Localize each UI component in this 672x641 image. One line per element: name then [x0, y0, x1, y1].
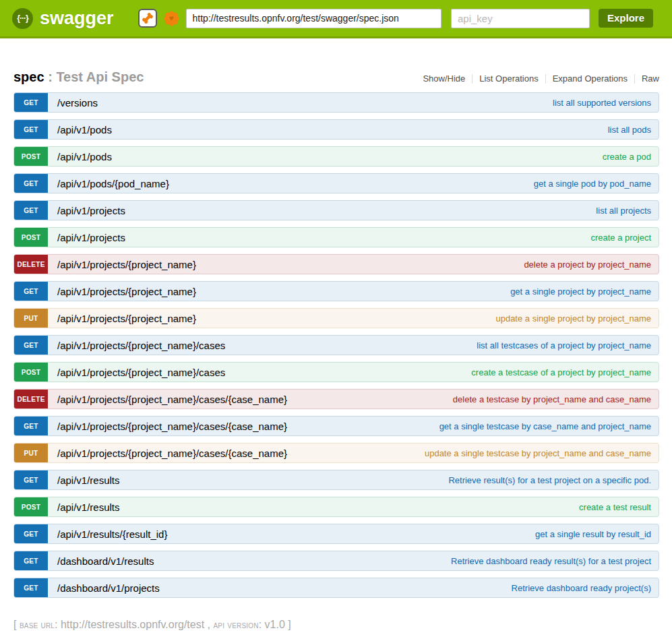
endpoint-row: GET/api/v1/podslist all pods: [13, 119, 659, 140]
endpoint-path[interactable]: /versions: [57, 93, 98, 112]
endpoint-row: PUT/api/v1/projects/{project_name}/cases…: [13, 443, 659, 463]
endpoint-summary[interactable]: get a single pod by pod_name: [534, 174, 651, 193]
footer-info: [ base url: http://testresults.opnfv.org…: [13, 619, 659, 631]
show-hide-link[interactable]: Show/Hide: [423, 73, 465, 84]
http-method-badge[interactable]: DELETE: [14, 255, 48, 274]
endpoint-summary[interactable]: update a single project by project_name: [495, 309, 651, 328]
endpoint-path[interactable]: /api/v1/projects/{project_name}/cases/{c…: [57, 390, 287, 408]
http-method-badge[interactable]: GET: [14, 551, 48, 570]
http-method-badge[interactable]: DELETE: [14, 390, 48, 408]
endpoint-summary[interactable]: list all projects: [596, 201, 651, 220]
http-method-badge[interactable]: GET: [14, 93, 48, 112]
endpoint-path[interactable]: /api/v1/projects: [57, 228, 125, 247]
endpoint-summary[interactable]: list all supported versions: [553, 93, 651, 112]
endpoint-path[interactable]: /api/v1/projects/{project_name}/cases: [57, 336, 225, 355]
http-method-badge[interactable]: GET: [14, 174, 48, 193]
base-url-label: base url: [20, 619, 55, 630]
endpoint-path[interactable]: /api/v1/projects/{project_name}/cases/{c…: [57, 417, 287, 435]
resource-header: spec : Test Api Spec Show/Hide List Oper…: [13, 69, 659, 85]
http-method-badge[interactable]: GET: [14, 524, 48, 543]
endpoint-summary[interactable]: delete a testcase by project_name and ca…: [453, 390, 651, 408]
endpoint-row: GET/api/v1/projects/{project_name}/cases…: [13, 416, 659, 436]
endpoint-summary[interactable]: delete a project by project_name: [524, 255, 651, 274]
http-method-badge[interactable]: GET: [14, 417, 48, 435]
expand-operations-link[interactable]: Expand Operations: [553, 73, 628, 84]
base-url-separator: :: [55, 619, 61, 630]
endpoint-path[interactable]: /api/v1/projects/{project_name}/cases: [57, 363, 225, 381]
raw-link[interactable]: Raw: [642, 73, 659, 84]
endpoint-row: POST/api/v1/projects/{project_name}/case…: [13, 362, 659, 382]
api-version-label: api version: [213, 619, 258, 630]
gear-heart-extension-button[interactable]: ♥: [162, 9, 181, 28]
swagger-braces-icon: {···}: [12, 8, 33, 29]
endpoint-summary[interactable]: get a single result by result_id: [535, 524, 651, 543]
endpoint-summary[interactable]: list all testcases of a project by proje…: [477, 336, 651, 355]
operations-toolbar: Show/Hide List Operations Expand Operati…: [416, 74, 659, 84]
endpoint-summary[interactable]: create a test result: [579, 497, 651, 516]
endpoint-path[interactable]: /api/v1/projects/{project_name}/cases/{c…: [57, 444, 287, 462]
endpoint-path[interactable]: /api/v1/results/{result_id}: [57, 524, 167, 543]
endpoint-path[interactable]: /api/v1/projects/{project_name}: [57, 282, 196, 301]
http-method-badge[interactable]: GET: [14, 120, 48, 139]
endpoint-path[interactable]: /api/v1/results: [57, 497, 120, 516]
endpoint-summary[interactable]: Retrieve result(s) for a test project on…: [448, 470, 651, 489]
endpoint-path[interactable]: /api/v1/pods: [57, 120, 112, 139]
resource-description: Test Api Spec: [56, 69, 144, 84]
endpoint-row: GET/api/v1/results/{result_id}get a sing…: [13, 524, 659, 544]
http-method-badge[interactable]: POST: [14, 497, 48, 516]
spec-url-input[interactable]: [186, 9, 441, 28]
endpoint-path[interactable]: /api/v1/projects/{project_name}: [57, 255, 196, 274]
endpoint-summary[interactable]: update a single testcase by project_name…: [425, 444, 651, 462]
endpoint-path[interactable]: /api/v1/pods: [57, 147, 112, 166]
endpoint-row: POST/api/v1/projectscreate a project: [13, 227, 659, 247]
brand-title: swagger: [40, 8, 114, 29]
endpoint-summary[interactable]: get a single project by project_name: [510, 282, 651, 301]
endpoint-row: GET/api/v1/resultsRetrieve result(s) for…: [13, 470, 659, 490]
http-method-badge[interactable]: GET: [14, 336, 48, 355]
endpoint-path[interactable]: /dashboard/v1/projects: [57, 578, 160, 597]
http-method-badge[interactable]: GET: [14, 201, 48, 220]
api-documentation: spec : Test Api Spec Show/Hide List Oper…: [0, 69, 672, 631]
http-method-badge[interactable]: POST: [14, 228, 48, 247]
explore-button[interactable]: Explore: [599, 9, 653, 28]
endpoint-summary[interactable]: create a pod: [603, 147, 651, 166]
bone-extension-button[interactable]: [138, 9, 157, 28]
api-version-separator: :: [259, 619, 265, 630]
endpoint-row: GET/api/v1/projectslist all projects: [13, 200, 659, 220]
footer-close-bracket: ]: [285, 619, 291, 630]
http-method-badge[interactable]: GET: [14, 578, 48, 597]
http-method-badge[interactable]: PUT: [14, 444, 48, 462]
header-bar: {···} swagger ♥: [0, 0, 672, 38]
endpoint-row: GET/api/v1/projects/{project_name}get a …: [13, 281, 659, 301]
endpoint-row: GET/dashboard/v1/resultsRetrieve dashboa…: [13, 551, 659, 571]
endpoint-summary[interactable]: list all pods: [608, 120, 651, 139]
endpoint-summary[interactable]: create a testcase of a project by projec…: [471, 363, 651, 381]
endpoint-summary[interactable]: create a project: [590, 228, 651, 247]
api-key-input[interactable]: [451, 9, 590, 28]
endpoint-summary[interactable]: Retrieve dashboard ready result(s) for a…: [451, 551, 651, 570]
page-title: spec : Test Api Spec: [13, 69, 144, 85]
endpoint-path[interactable]: /api/v1/pods/{pod_name}: [57, 174, 169, 193]
http-method-badge[interactable]: POST: [14, 147, 48, 166]
endpoint-path[interactable]: /dashboard/v1/results: [57, 551, 154, 570]
toolbar-item: List Operations: [472, 74, 545, 84]
endpoint-row: GET/api/v1/pods/{pod_name}get a single p…: [13, 173, 659, 193]
footer-comma: ,: [204, 619, 213, 630]
toolbar-item: Raw: [635, 74, 659, 84]
bone-icon: [141, 11, 154, 25]
swagger-logo[interactable]: {···} swagger: [12, 8, 114, 29]
api-version-value: v1.0: [265, 619, 285, 630]
endpoint-path[interactable]: /api/v1/projects/{project_name}: [57, 309, 196, 328]
http-method-badge[interactable]: GET: [14, 470, 48, 489]
http-method-badge[interactable]: PUT: [14, 309, 48, 328]
endpoint-path[interactable]: /api/v1/projects: [57, 201, 125, 220]
http-method-badge[interactable]: POST: [14, 363, 48, 381]
list-operations-link[interactable]: List Operations: [479, 73, 538, 84]
endpoint-path[interactable]: /api/v1/results: [57, 470, 120, 489]
endpoint-row: GET/dashboard/v1/projectsRetrieve dashbo…: [13, 578, 659, 598]
http-method-badge[interactable]: GET: [14, 282, 48, 301]
header-extension-icons: ♥: [138, 9, 181, 28]
endpoint-summary[interactable]: Retrieve dashboard ready project(s): [512, 578, 651, 597]
endpoint-summary[interactable]: get a single testcase by case_name and p…: [439, 417, 651, 435]
endpoint-row: GET/versionslist all supported versions: [13, 92, 659, 113]
